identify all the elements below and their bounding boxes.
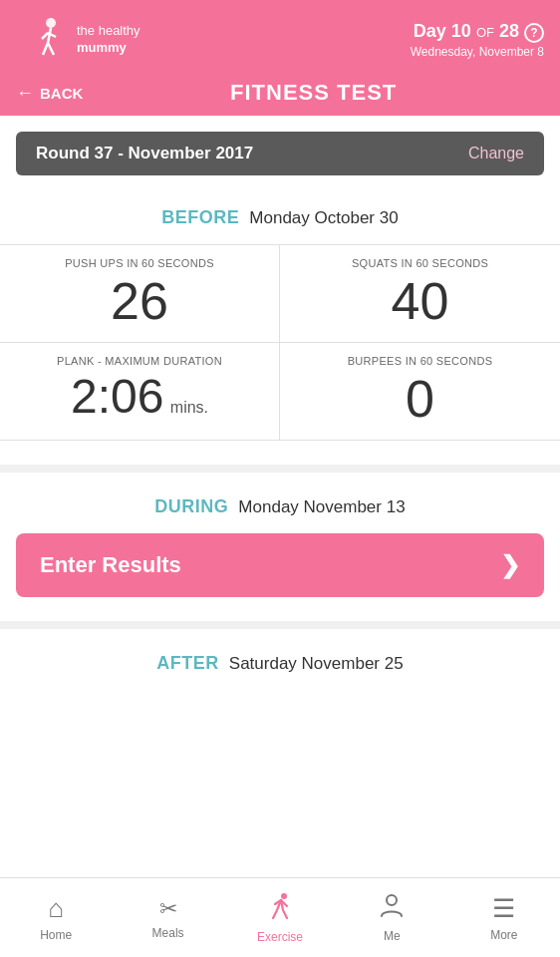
back-button[interactable]: ← BACK bbox=[16, 83, 83, 104]
meals-icon: ✂ bbox=[159, 896, 177, 922]
after-label: AFTER bbox=[156, 653, 219, 674]
stat-plank: PLANK - MAXIMUM DURATION 2:06 mins. bbox=[0, 343, 280, 441]
stat-burpees: BURPEES IN 60 SECONDS 0 bbox=[280, 343, 560, 441]
day-total: 28 bbox=[499, 21, 519, 41]
during-date: Monday November 13 bbox=[238, 497, 405, 517]
svg-line-4 bbox=[42, 33, 48, 39]
svg-line-3 bbox=[48, 43, 54, 55]
enter-results-label: Enter Results bbox=[40, 552, 181, 578]
stat-burpees-value: 0 bbox=[296, 371, 544, 428]
stat-pushups: PUSH UPS IN 60 SECONDS 26 bbox=[0, 245, 280, 343]
svg-point-7 bbox=[387, 895, 397, 905]
page-title: FITNESS TEST bbox=[83, 80, 544, 106]
change-button[interactable]: Change bbox=[468, 145, 524, 162]
nav-exercise-label: Exercise bbox=[257, 930, 303, 944]
before-section: BEFORE Monday October 30 PUSH UPS IN 60 … bbox=[0, 191, 560, 457]
round-selector[interactable]: Round 37 - November 2017 Change bbox=[16, 132, 544, 175]
svg-point-6 bbox=[281, 893, 287, 899]
nav-home-label: Home bbox=[40, 928, 72, 942]
home-icon: ⌂ bbox=[48, 893, 64, 924]
day-of: OF bbox=[476, 25, 494, 40]
back-label: BACK bbox=[40, 85, 83, 102]
before-stats-grid: PUSH UPS IN 60 SECONDS 26 SQUATS IN 60 S… bbox=[0, 244, 560, 441]
stat-plank-value: 2:06 bbox=[71, 370, 163, 423]
stat-burpees-label: BURPEES IN 60 SECONDS bbox=[296, 355, 544, 367]
stat-squats: SQUATS IN 60 SECONDS 40 bbox=[280, 245, 560, 343]
before-header: BEFORE Monday October 30 bbox=[0, 207, 560, 228]
stat-plank-label: PLANK - MAXIMUM DURATION bbox=[16, 355, 263, 367]
logo-area: the healthy mummy bbox=[16, 13, 140, 68]
nav-me-label: Me bbox=[384, 929, 401, 943]
during-section: DURING Monday November 13 Enter Results … bbox=[0, 480, 560, 613]
nav-more-label: More bbox=[490, 928, 517, 942]
after-section: AFTER Saturday November 25 bbox=[0, 637, 560, 706]
me-icon bbox=[379, 892, 405, 925]
app-header: the healthy mummy Day 10 OF 28 ? Wednesd… bbox=[0, 0, 560, 80]
day-line: Day 10 OF 28 ? bbox=[411, 21, 544, 43]
logo-text-bottom: mummy bbox=[77, 40, 140, 57]
nav-item-exercise[interactable]: Exercise bbox=[224, 878, 336, 957]
after-date: Saturday November 25 bbox=[229, 654, 404, 674]
round-text: Round 37 - November 2017 bbox=[36, 144, 253, 163]
stat-squats-label: SQUATS IN 60 SECONDS bbox=[296, 257, 544, 269]
nav-item-more[interactable]: ☰ More bbox=[448, 878, 560, 957]
during-label: DURING bbox=[154, 496, 228, 517]
enter-results-arrow-icon: ❯ bbox=[500, 551, 520, 579]
after-header: AFTER Saturday November 25 bbox=[0, 653, 560, 674]
stat-pushups-label: PUSH UPS IN 60 SECONDS bbox=[16, 257, 263, 269]
help-button[interactable]: ? bbox=[524, 23, 544, 43]
bottom-nav: ⌂ Home ✂ Meals Exercise Me ☰ M bbox=[0, 877, 560, 957]
stat-squats-value: 40 bbox=[296, 273, 544, 330]
svg-line-2 bbox=[43, 43, 48, 55]
date-subtitle: Wednesday, November 8 bbox=[411, 45, 544, 59]
day-label: Day bbox=[414, 21, 446, 41]
nav-bar: ← BACK FITNESS TEST bbox=[0, 80, 560, 116]
more-icon: ☰ bbox=[492, 893, 515, 924]
exercise-icon bbox=[266, 892, 294, 926]
nav-item-me[interactable]: Me bbox=[336, 878, 447, 957]
logo-icon bbox=[16, 13, 71, 68]
nav-item-home[interactable]: ⌂ Home bbox=[0, 878, 112, 957]
stat-plank-value-wrapper: 2:06 mins. bbox=[16, 371, 263, 424]
stat-pushups-value: 26 bbox=[16, 273, 263, 330]
stat-plank-unit: mins. bbox=[170, 399, 208, 416]
section-divider-1 bbox=[0, 465, 560, 473]
svg-point-0 bbox=[46, 18, 56, 28]
logo-text: the healthy mummy bbox=[77, 23, 140, 57]
day-current: 10 bbox=[451, 21, 471, 41]
nav-meals-label: Meals bbox=[152, 926, 184, 940]
before-label: BEFORE bbox=[161, 207, 239, 228]
section-divider-2 bbox=[0, 621, 560, 629]
day-info: Day 10 OF 28 ? Wednesday, November 8 bbox=[411, 21, 544, 59]
before-date: Monday October 30 bbox=[249, 208, 398, 228]
nav-item-meals[interactable]: ✂ Meals bbox=[112, 878, 223, 957]
during-header: DURING Monday November 13 bbox=[0, 496, 560, 517]
logo-text-top: the healthy bbox=[77, 23, 140, 40]
enter-results-button[interactable]: Enter Results ❯ bbox=[16, 533, 544, 597]
back-arrow-icon: ← bbox=[16, 83, 34, 104]
